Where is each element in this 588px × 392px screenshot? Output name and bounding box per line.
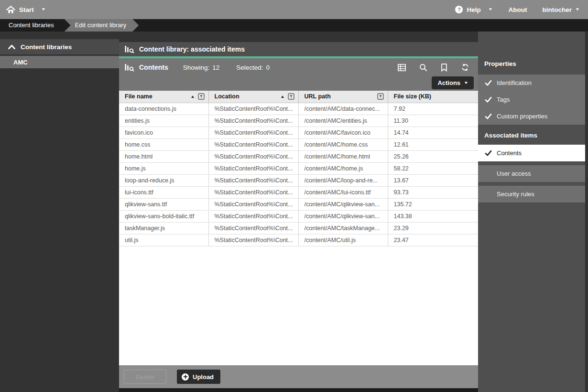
table-cell-url-path[interactable]: /content/AMC/home.html (298, 150, 388, 162)
table-cell-url-path[interactable]: /content/AMC/entities.js (298, 115, 388, 127)
table-cell-file-size[interactable]: 14.74 (388, 127, 478, 138)
table-cell-file-name[interactable]: entities.js (119, 115, 208, 127)
table-row[interactable]: loop-and-reduce.js%StaticContentRoot%\Co… (119, 174, 478, 186)
table-cell-file-name[interactable]: data-connections.js (119, 103, 208, 115)
table-cell-file-size[interactable]: 13.67 (388, 174, 478, 186)
contents-title: Contents (139, 64, 168, 71)
sidebar-item-custom-properties[interactable]: Custom properties (478, 108, 585, 125)
table-cell-url-path[interactable]: /content/AMC/home.js (298, 162, 388, 174)
table-cell-location[interactable]: %StaticContentRoot%\Cont... (208, 222, 298, 234)
table-cell-file-size[interactable]: 143.38 (388, 210, 478, 222)
about-link[interactable]: About (509, 6, 527, 13)
table-cell-file-size[interactable]: 11.30 (388, 115, 478, 127)
table-cell-url-path[interactable]: /content/AMC/home.css (298, 138, 388, 150)
table-cell-url-path[interactable]: /content/AMC/lui-icons.ttf (298, 186, 388, 198)
table-cell-file-name[interactable]: home.js (119, 162, 208, 174)
table-cell-location[interactable]: %StaticContentRoot%\Cont... (208, 234, 298, 246)
table-cell-file-name[interactable]: util.js (119, 234, 208, 246)
table-cell-file-size[interactable]: 25.26 (388, 150, 478, 162)
contents-table-area: File name ▲ (119, 91, 478, 365)
sidebar-section-content-libraries[interactable]: Content libraries (0, 39, 119, 54)
help-menu[interactable]: ? Help ▼ (455, 6, 492, 13)
table-cell-file-name[interactable]: favicon.ico (119, 127, 208, 138)
table-row[interactable]: home.html%StaticContentRoot%\Cont.../con… (119, 150, 478, 162)
table-row[interactable]: qlikview-sans.ttf%StaticContentRoot%\Con… (119, 198, 478, 210)
table-row[interactable]: lui-icons.ttf%StaticContentRoot%\Cont...… (119, 186, 478, 198)
table-cell-file-size[interactable]: 23.29 (388, 222, 478, 234)
table-cell-url-path[interactable]: /content/AMC/qlikview-san... (298, 210, 388, 222)
upload-button[interactable]: Upload (177, 370, 220, 384)
table-cell-file-name[interactable]: qlikview-sans.ttf (119, 198, 208, 210)
sidebar-item-amc[interactable]: AMC (0, 56, 119, 68)
table-row[interactable]: data-connections.js%StaticContentRoot%\C… (119, 103, 478, 115)
table-cell-file-size[interactable]: 23.47 (388, 234, 478, 246)
toolbar-icons (398, 63, 469, 72)
sidebar-item-identification[interactable]: Identification (478, 74, 585, 91)
table-cell-location[interactable]: %StaticContentRoot%\Cont... (208, 186, 298, 198)
table-cell-file-size[interactable]: 12.61 (388, 138, 478, 150)
selected-count: Selected: 0 (236, 64, 270, 71)
footer-action-bar: Delete Upload (119, 365, 478, 388)
table-row[interactable]: home.css%StaticContentRoot%\Cont.../cont… (119, 138, 478, 150)
table-cell-location[interactable]: %StaticContentRoot%\Cont... (208, 127, 298, 138)
toolbar-actions-row: Actions ▼ (119, 76, 478, 91)
column-header-url-path[interactable]: URL path (298, 91, 388, 103)
sidebar-item-user-access[interactable]: User access (478, 165, 585, 182)
about-label: About (509, 6, 527, 13)
column-header-file-size[interactable]: File size (KB) (388, 91, 478, 103)
bookmark-icon[interactable] (441, 64, 447, 72)
start-menu[interactable]: Start ▼ (0, 5, 45, 14)
breadcrumb-edit-content-library[interactable]: Edit content library (65, 19, 139, 32)
search-icon[interactable] (419, 64, 427, 72)
table-row[interactable]: home.js%StaticContentRoot%\Cont.../conte… (119, 162, 478, 174)
table-cell-location[interactable]: %StaticContentRoot%\Cont... (208, 115, 298, 127)
table-cell-file-size[interactable]: 7.92 (388, 103, 478, 115)
table-cell-location[interactable]: %StaticContentRoot%\Cont... (208, 162, 298, 174)
table-cell-location[interactable]: %StaticContentRoot%\Cont... (208, 103, 298, 115)
table-cell-url-path[interactable]: /content/AMC/qlikview-san... (298, 198, 388, 210)
table-cell-location[interactable]: %StaticContentRoot%\Cont... (208, 138, 298, 150)
table-cell-url-path[interactable]: /content/AMC/favicon.ico (298, 127, 388, 138)
breadcrumb-content-libraries[interactable]: Content libraries (0, 19, 65, 32)
user-menu[interactable]: bintocher ▼ (543, 6, 579, 13)
actions-button[interactable]: Actions ▼ (432, 76, 474, 89)
table-row[interactable]: favicon.ico%StaticContentRoot%\Cont.../c… (119, 127, 478, 138)
table-header-row: File name ▲ (119, 91, 478, 103)
table-cell-url-path[interactable]: /content/AMC/util.js (298, 234, 388, 246)
table-cell-location[interactable]: %StaticContentRoot%\Cont... (208, 198, 298, 210)
column-filter-icon[interactable] (198, 93, 205, 100)
chevron-down-icon: ▼ (488, 8, 492, 11)
table-row[interactable]: qlikview-sans-bold-italic.ttf%StaticCont… (119, 210, 478, 222)
table-cell-file-name[interactable]: qlikview-sans-bold-italic.ttf (119, 210, 208, 222)
table-cell-url-path[interactable]: /content/AMC/data-connec... (298, 103, 388, 115)
check-icon (484, 150, 492, 156)
table-cell-file-name[interactable]: loop-and-reduce.js (119, 174, 208, 186)
sidebar-item-security-rules[interactable]: Security rules (478, 186, 585, 202)
table-cell-file-name[interactable]: home.html (119, 150, 208, 162)
table-cell-file-name[interactable]: home.css (119, 138, 208, 150)
table-cell-file-name[interactable]: taskManager.js (119, 222, 208, 234)
sidebar-item-contents[interactable]: Contents (478, 145, 585, 161)
table-cell-file-size[interactable]: 93.73 (388, 186, 478, 198)
refresh-icon[interactable] (461, 63, 469, 72)
table-cell-file-size[interactable]: 135.72 (388, 198, 478, 210)
table-cell-url-path[interactable]: /content/AMC/taskManage... (298, 222, 388, 234)
table-row[interactable]: taskManager.js%StaticContentRoot%\Cont..… (119, 222, 478, 234)
delete-button[interactable]: Delete (124, 370, 166, 384)
table-cell-file-size[interactable]: 58.22 (388, 162, 478, 174)
column-filter-icon[interactable] (288, 93, 294, 100)
column-filter-icon[interactable] (377, 93, 384, 100)
column-header-file-name[interactable]: File name ▲ (119, 91, 208, 103)
table-cell-location[interactable]: %StaticContentRoot%\Cont... (208, 174, 298, 186)
help-label: Help (467, 6, 480, 13)
sidebar-item-tags[interactable]: Tags (478, 91, 585, 108)
table-cell-location[interactable]: %StaticContentRoot%\Cont... (208, 150, 298, 162)
table-row[interactable]: entities.js%StaticContentRoot%\Cont.../c… (119, 115, 478, 127)
column-header-location[interactable]: Location ▲ (208, 91, 298, 103)
qlik-logo-icon (125, 45, 135, 53)
column-selector-icon[interactable] (398, 64, 406, 71)
table-row[interactable]: util.js%StaticContentRoot%\Cont.../conte… (119, 234, 478, 246)
table-cell-url-path[interactable]: /content/AMC/loop-and-re... (298, 174, 388, 186)
table-cell-location[interactable]: %StaticContentRoot%\Cont... (208, 210, 298, 222)
table-cell-file-name[interactable]: lui-icons.ttf (119, 186, 208, 198)
